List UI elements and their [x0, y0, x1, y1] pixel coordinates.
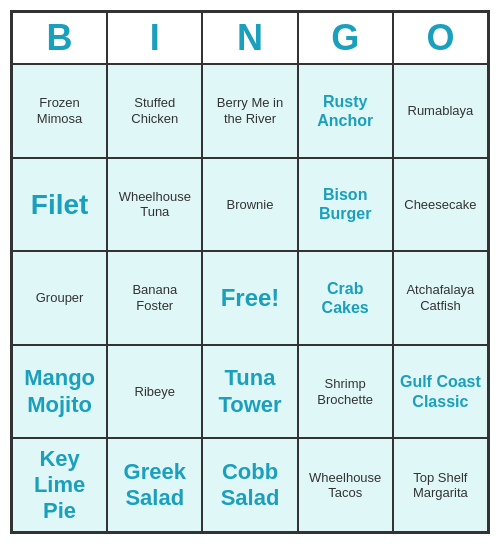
bingo-header: BINGO [12, 12, 488, 64]
bingo-cell: Wheelhouse Tacos [298, 438, 393, 532]
bingo-cell: Banana Foster [107, 251, 202, 345]
bingo-cell: Crab Cakes [298, 251, 393, 345]
bingo-cell: Wheelhouse Tuna [107, 158, 202, 252]
bingo-grid: Frozen MimosaStuffed ChickenBerry Me in … [12, 64, 488, 532]
bingo-cell: Key Lime Pie [12, 438, 107, 532]
bingo-cell: Cobb Salad [202, 438, 297, 532]
header-letter: N [202, 12, 297, 64]
bingo-cell: Stuffed Chicken [107, 64, 202, 158]
bingo-cell: Shrimp Brochette [298, 345, 393, 439]
bingo-cell: Gulf Coast Classic [393, 345, 488, 439]
bingo-cell: Atchafalaya Catfish [393, 251, 488, 345]
bingo-cell: Rumablaya [393, 64, 488, 158]
bingo-cell: Mango Mojito [12, 345, 107, 439]
bingo-cell: Top Shelf Margarita [393, 438, 488, 532]
bingo-cell: Berry Me in the River [202, 64, 297, 158]
bingo-cell: Tuna Tower [202, 345, 297, 439]
bingo-cell: Ribeye [107, 345, 202, 439]
bingo-cell: Frozen Mimosa [12, 64, 107, 158]
bingo-cell: Cheesecake [393, 158, 488, 252]
header-letter: B [12, 12, 107, 64]
bingo-cell: Brownie [202, 158, 297, 252]
bingo-cell: Greek Salad [107, 438, 202, 532]
header-letter: O [393, 12, 488, 64]
bingo-cell: Free! [202, 251, 297, 345]
bingo-cell: Filet [12, 158, 107, 252]
bingo-cell: Grouper [12, 251, 107, 345]
header-letter: G [298, 12, 393, 64]
bingo-card: BINGO Frozen MimosaStuffed ChickenBerry … [10, 10, 490, 534]
header-letter: I [107, 12, 202, 64]
bingo-cell: Bison Burger [298, 158, 393, 252]
bingo-cell: Rusty Anchor [298, 64, 393, 158]
